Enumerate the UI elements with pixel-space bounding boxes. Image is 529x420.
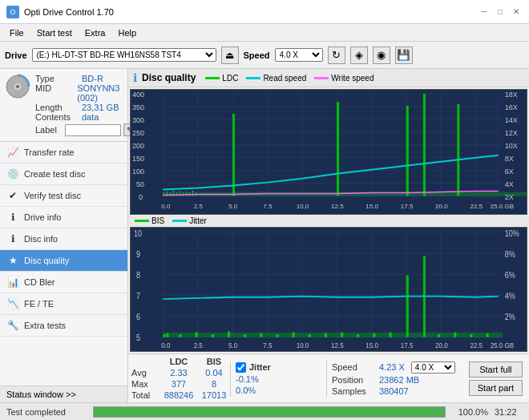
svg-text:100: 100 <box>132 168 144 176</box>
sidebar-item-drive-info[interactable]: ℹ Drive info <box>0 207 127 228</box>
sidebar-item-cd-bler[interactable]: 📊 CD Bler <box>0 272 127 293</box>
scan-icon-button[interactable]: ◈ <box>350 46 368 64</box>
svg-rect-106 <box>438 334 440 337</box>
avg-bis: 0.04 <box>198 368 230 378</box>
disc-scan-button[interactable]: ◉ <box>373 46 390 64</box>
total-ldc: 888246 <box>163 390 195 400</box>
extra-tests-icon: 🔧 <box>6 319 19 332</box>
jitter-legend-label: Jitter <box>189 216 207 225</box>
sidebar-item-fe-te[interactable]: 📉 FE / TE <box>0 293 127 315</box>
titlebar-left: O Opti Drive Control 1.70 <box>6 6 114 18</box>
svg-text:4X: 4X <box>505 180 514 188</box>
content-area: ℹ Disc quality LDC Read speed Write spee… <box>128 69 529 402</box>
progress-label: Test completed <box>6 407 87 417</box>
max-label: Max <box>131 379 160 389</box>
svg-rect-93 <box>196 332 198 337</box>
svg-text:20.0: 20.0 <box>435 203 448 210</box>
top-chart: 400 350 300 250 200 150 100 50 0 18X 16X… <box>130 89 527 215</box>
svg-rect-33 <box>192 191 194 196</box>
svg-text:17.5: 17.5 <box>401 203 414 210</box>
speed-stat-label: Speed <box>332 362 376 372</box>
nav-label-extra-tests: Extra tests <box>24 321 66 330</box>
svg-rect-100 <box>309 334 311 337</box>
sidebar-item-disc-quality[interactable]: ★ Disc quality <box>0 250 127 272</box>
svg-text:7.5: 7.5 <box>263 341 272 349</box>
write-speed-legend: Write speed <box>314 74 374 83</box>
legend: LDC Read speed Write speed <box>205 74 374 83</box>
svg-text:6: 6 <box>136 312 140 321</box>
nav-label-fe-te: FE / TE <box>24 299 54 309</box>
sidebar-item-disc-info[interactable]: ℹ Disc info <box>0 228 127 250</box>
contents-row: Contents data <box>35 112 136 122</box>
mid-value: SONYNN3 (002) <box>77 83 136 103</box>
avg-label: Avg <box>131 368 160 378</box>
nav-label-disc-info: Disc info <box>24 234 58 244</box>
label-input[interactable] <box>65 124 121 136</box>
svg-text:5.0: 5.0 <box>228 341 237 349</box>
svg-text:10: 10 <box>134 228 143 237</box>
samples-value: 380407 <box>379 386 409 396</box>
disc-quality-header: ℹ Disc quality LDC Read speed Write spee… <box>128 69 529 87</box>
svg-text:9: 9 <box>136 249 140 259</box>
sidebar-item-create-test-disc[interactable]: 💿 Create test disc <box>0 164 127 185</box>
menu-help[interactable]: Help <box>111 26 143 39</box>
svg-text:12.5: 12.5 <box>331 203 344 210</box>
total-label: Total <box>131 390 160 400</box>
svg-text:7: 7 <box>136 291 140 301</box>
start-part-button[interactable]: Start part <box>469 380 523 396</box>
maximize-button[interactable]: □ <box>494 6 507 18</box>
drive-select[interactable]: (E:) HL-DT-ST BD-RE WH16NS58 TST4 <box>32 48 216 62</box>
svg-text:5: 5 <box>136 333 140 342</box>
svg-rect-109 <box>487 333 489 337</box>
svg-text:10%: 10% <box>505 228 519 237</box>
menu-extra[interactable]: Extra <box>79 26 112 39</box>
jitter-checkbox[interactable] <box>236 362 246 373</box>
stats-row: LDC BIS Avg 2.33 0.04 Max 377 8 Total 88… <box>128 353 529 402</box>
samples-label: Samples <box>332 386 376 396</box>
save-button[interactable]: 💾 <box>395 46 413 64</box>
svg-text:200: 200 <box>132 142 144 150</box>
minimize-button[interactable]: ─ <box>478 6 491 18</box>
progress-time: 31:22 <box>495 407 523 417</box>
samples-row: Samples 380407 <box>332 386 455 397</box>
svg-rect-103 <box>357 334 359 337</box>
svg-rect-95 <box>228 331 230 337</box>
sidebar-item-transfer-rate[interactable]: 📈 Transfer rate <box>0 142 127 164</box>
jitter-check-label: Jitter <box>249 362 271 372</box>
svg-text:300: 300 <box>132 116 144 124</box>
svg-text:25.0 GB: 25.0 GB <box>491 341 515 349</box>
bis-legend: BIS <box>135 216 164 225</box>
cd-bler-icon: 📊 <box>6 276 19 289</box>
refresh-button[interactable]: ↻ <box>328 46 345 64</box>
svg-rect-105 <box>390 332 392 337</box>
disc-quality-icon: ★ <box>6 254 19 267</box>
sidebar-item-verify-test-disc[interactable]: ✔ Verify test disc <box>0 185 127 207</box>
fe-te-icon: 📉 <box>6 297 19 310</box>
menu-start-test[interactable]: Start test <box>30 26 79 39</box>
close-button[interactable]: ✕ <box>510 6 523 18</box>
svg-text:5.0: 5.0 <box>228 203 238 210</box>
svg-rect-39 <box>457 104 459 196</box>
ldc-legend-color <box>205 77 220 79</box>
eject-button[interactable]: ⏏ <box>221 46 239 64</box>
max-jitter-row: 0.0% <box>236 385 326 396</box>
svg-text:2X: 2X <box>505 193 514 201</box>
top-chart-svg: 400 350 300 250 200 150 100 50 0 18X 16X… <box>131 90 527 214</box>
mid-row: MID SONYNN3 (002) <box>35 83 136 103</box>
start-full-button[interactable]: Start full <box>469 361 523 378</box>
sidebar-item-extra-tests[interactable]: 🔧 Extra tests <box>0 315 127 337</box>
menu-file[interactable]: File <box>3 26 30 39</box>
svg-rect-97 <box>260 333 262 337</box>
status-window[interactable]: Status window >> <box>0 386 127 402</box>
max-ldc: 377 <box>163 379 195 389</box>
jitter-check-row: Jitter <box>236 361 326 374</box>
svg-text:2.5: 2.5 <box>194 341 203 349</box>
svg-text:2.5: 2.5 <box>194 203 204 210</box>
total-bis: 17013 <box>198 390 230 400</box>
read-speed-legend: Read speed <box>246 74 306 83</box>
speed-select-top[interactable]: 4.0 X <box>275 48 323 62</box>
speed-stat-select[interactable]: 4.0 X <box>411 361 455 374</box>
svg-text:50: 50 <box>136 180 144 188</box>
svg-text:12X: 12X <box>505 129 518 137</box>
write-speed-legend-color <box>314 77 329 79</box>
